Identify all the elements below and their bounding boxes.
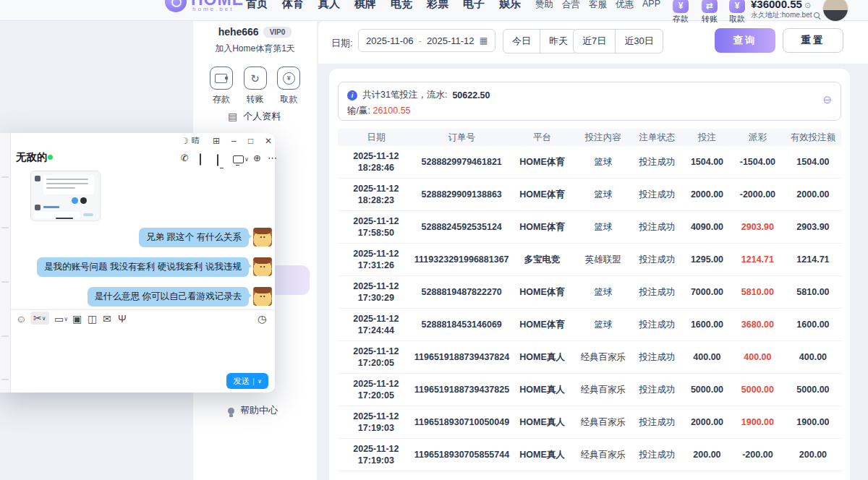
chat-input-field[interactable] [11, 327, 275, 370]
nav-item-slots[interactable]: 电子 [463, 0, 485, 11]
table-row[interactable]: 2025-11-1217:19:03 1196518930710050049 H… [338, 406, 841, 439]
image-icon[interactable]: ▣ [72, 314, 82, 324]
cell-order-number: 5288824592535124 [414, 221, 509, 233]
mic-icon[interactable]: Ψ [118, 314, 127, 324]
table-row[interactable]: 2025-11-1218:28:23 5288829909138863 HOME… [338, 179, 841, 211]
cell-bet-amount: 400.00 [684, 351, 731, 363]
table-row[interactable]: 2025-11-1217:31:26 1119323291996881367 多… [338, 244, 841, 276]
pin-window-icon[interactable]: ⊞ [213, 137, 220, 145]
sender-avatar[interactable] [253, 228, 272, 247]
voice-call-icon[interactable]: ✆ [181, 153, 189, 163]
reset-button[interactable]: 重置 [783, 28, 843, 53]
table-row[interactable]: 2025-11-1217:24:44 5288818453146069 HOME… [338, 309, 841, 341]
table-body: 2025-11-1218:28:46 5288829979461821 HOME… [338, 146, 841, 471]
close-icon[interactable]: ✕ [265, 137, 272, 145]
refresh-balance-icon[interactable]: ⊙ [804, 1, 811, 9]
yuan-circle-icon: ¥ [283, 72, 295, 85]
quick-range-7days[interactable]: 近7日 [574, 30, 615, 53]
minimize-icon[interactable]: – [231, 137, 237, 145]
cell-status: 投注成功 [631, 254, 684, 265]
sidebar-withdraw-button[interactable]: ¥ 取款 [273, 67, 305, 106]
user-avatar[interactable] [823, 0, 848, 21]
sidebar-transfer-button[interactable]: ↻ 转账 [239, 67, 271, 106]
chat-screenshot-image[interactable] [30, 171, 101, 221]
nav-item-service[interactable]: 客服 [589, 0, 607, 11]
nav-item-live[interactable]: 真人 [318, 0, 340, 11]
cell-bet-content: 经典百家乐 [575, 384, 631, 395]
table-row[interactable]: 2025-11-1218:28:46 5288829979461821 HOME… [338, 146, 841, 179]
quick-range-today[interactable]: 今日 [503, 30, 540, 53]
balance-amount[interactable]: ¥36000.55⊙ [751, 0, 811, 10]
moon-weather-icon: ☽ [181, 137, 189, 145]
message-bubble: 是什么意思 你可以自己看游戏记录去 [88, 287, 249, 307]
maximize-icon[interactable]: □ [248, 137, 253, 145]
collapse-icon[interactable]: ⊖ [822, 94, 832, 105]
nav-item-entertainment[interactable]: 娱乐 [499, 0, 521, 11]
nav-item-cards[interactable]: 棋牌 [354, 0, 376, 11]
quick-range-30days[interactable]: 近30日 [615, 30, 662, 53]
nav-item-sponsor[interactable]: 赞助 [535, 0, 553, 11]
cell-valid-amount: 400.00 [785, 351, 841, 363]
screenshot-scissors-icon[interactable]: ✂∨ [30, 312, 49, 325]
chat-bubble-icon[interactable] [200, 155, 201, 164]
mail-icon[interactable]: ✉ [103, 314, 111, 324]
nav-item-home[interactable]: 首页 [246, 0, 268, 11]
sender-avatar[interactable] [253, 287, 272, 306]
cell-payout: 2903.90 [731, 221, 785, 233]
cell-bet-content: 英雄联盟 [575, 254, 631, 265]
send-button[interactable]: 发送|∨ [226, 373, 268, 389]
cell-platform: HOME真人 [509, 351, 576, 363]
quick-range-yesterday[interactable]: 昨天 [540, 30, 576, 53]
table-row[interactable]: 2025-11-1217:20:05 1196519188739437824 H… [338, 341, 841, 374]
chat-history-icon[interactable]: ◷ [258, 314, 266, 324]
send-options-caret-icon[interactable]: ∨ [258, 378, 262, 385]
sidebar-item-help[interactable]: 帮助中心 [228, 404, 278, 417]
cell-bet-amount: 4090.00 [684, 221, 731, 233]
cell-payout: -1504.00 [731, 156, 785, 168]
nav-item-esports[interactable]: 电竞 [391, 0, 412, 11]
summary-total-text: 共计31笔投注，流水: [362, 89, 447, 101]
table-row[interactable]: 2025-11-1217:30:29 5288819487822270 HOME… [338, 276, 841, 309]
search-icon[interactable] [814, 12, 820, 18]
sidebar-item-profile[interactable]: ▤ 个人资料 [228, 110, 281, 123]
quick-range-group-2: 近7日 近30日 [573, 29, 663, 53]
cell-bet-content: 篮球 [575, 156, 631, 168]
file-folder-icon[interactable]: ▭∨ [54, 314, 68, 324]
wallet-icon [215, 74, 227, 83]
cell-date: 2025-11-1217:24:44 [338, 313, 414, 337]
add-plus-icon[interactable]: ⊕ [253, 153, 261, 163]
transfer-button[interactable]: ⇄ 转账 [697, 0, 722, 25]
nav-item-partner[interactable]: 合营 [562, 0, 580, 11]
date-start[interactable]: 2025-11-06 [366, 35, 414, 46]
remote-desktop-icon[interactable]: ∨ [233, 155, 249, 165]
logo-ball-icon[interactable] [165, 0, 187, 12]
cell-status: 投注成功 [631, 221, 684, 233]
nav-item-promo[interactable]: 优惠 [616, 0, 634, 11]
more-options-icon[interactable]: ⋯ [268, 153, 277, 163]
nav-item-lottery[interactable]: 彩票 [427, 0, 448, 11]
join-days-text: 加入Home体育第1天 [193, 43, 317, 55]
cell-payout: 5000.00 [731, 384, 785, 395]
cell-platform: HOME体育 [509, 156, 576, 168]
cell-payout: 400.00 [731, 351, 785, 363]
date-end[interactable]: 2025-11-12 [427, 35, 475, 46]
cell-status: 投注成功 [631, 286, 684, 298]
table-row[interactable]: 2025-11-1217:20:05 1196519188739437825 H… [338, 374, 841, 406]
search-button[interactable]: 查询 [715, 28, 775, 53]
date-range-input[interactable]: 2025-11-06 - 2025-11-12 ▦ [358, 29, 495, 52]
chat-list-edge[interactable] [0, 133, 11, 393]
sender-avatar[interactable] [253, 257, 272, 276]
sidebar-deposit-button[interactable]: 存款 [205, 67, 237, 106]
table-row[interactable]: 2025-11-1217:19:03 1196518930705855744 H… [338, 439, 841, 471]
shake-icon[interactable]: ◫ [88, 314, 97, 324]
cell-order-number: 1196518930705855744 [414, 449, 509, 460]
table-row[interactable]: 2025-11-1217:58:50 5288824592535124 HOME… [338, 211, 841, 244]
deposit-button[interactable]: ¥ 存款 [668, 0, 693, 25]
withdraw-button[interactable]: ¥ 取款 [725, 0, 749, 25]
table-header: 日期 订单号 平台 投注内容 注单状态 投注 派彩 有效投注额 [338, 129, 841, 146]
nav-item-sports[interactable]: 体育 [282, 0, 304, 11]
calendar-icon[interactable]: ▦ [480, 35, 488, 46]
screen-share-icon[interactable] [217, 155, 218, 165]
emoji-icon[interactable]: ☺ [16, 314, 26, 324]
nav-item-app[interactable]: APP [642, 0, 660, 9]
